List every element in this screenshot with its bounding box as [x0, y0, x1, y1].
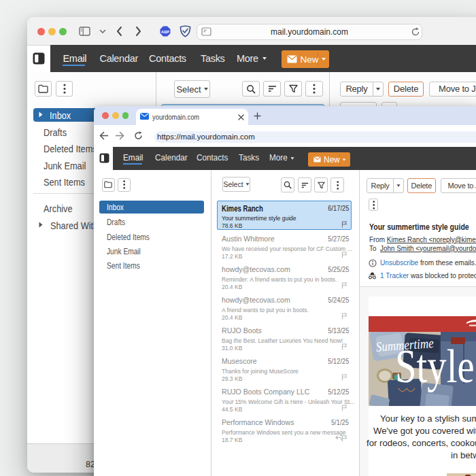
svg-text:ABP: ABP [161, 30, 169, 34]
